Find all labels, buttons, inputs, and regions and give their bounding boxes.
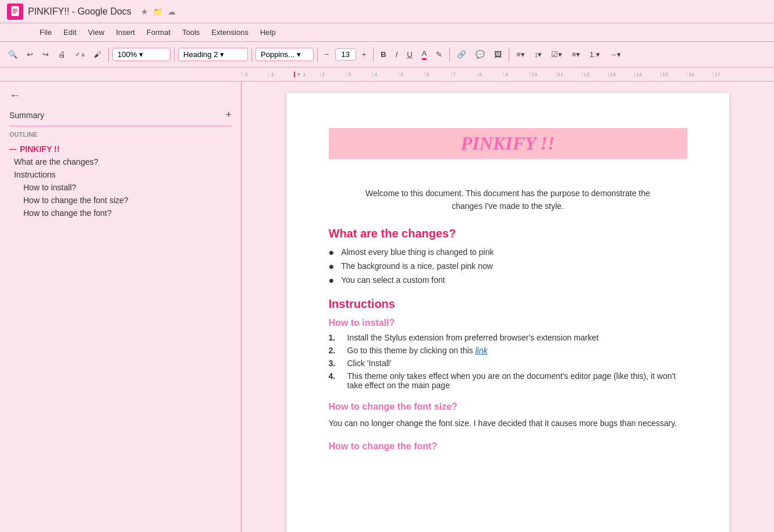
- summary-label: Summary: [9, 111, 44, 120]
- bullet-dot-1: ●: [329, 247, 335, 258]
- doc-h3-font-size: How to change the font size?: [329, 402, 687, 412]
- checklist-button[interactable]: ☑▾: [548, 48, 566, 61]
- bullet-dot-3: ●: [329, 275, 335, 286]
- summary-row: Summary +: [9, 109, 232, 121]
- sidebar: ← Summary + Outline PINKIFY !! What are …: [0, 81, 242, 532]
- page-title: PINKIFY!! - Google Docs: [28, 6, 132, 17]
- search-button[interactable]: 🔍: [5, 48, 21, 61]
- outline-label: Outline: [9, 131, 232, 138]
- menu-bar: FileEditViewInsertFormatToolsExtensionsH…: [0, 23, 774, 42]
- paint-format-button[interactable]: 🖌: [90, 48, 105, 61]
- doc-h3-font: How to change the font?: [329, 441, 687, 452]
- sidebar-divider: [9, 126, 232, 126]
- bold-button[interactable]: B: [377, 48, 389, 61]
- chevron-down-icon: ▾: [220, 50, 224, 59]
- bullet-dot-2: ●: [329, 261, 335, 272]
- title-icons: ★ 📁 ☁: [141, 7, 176, 16]
- title-bar: PINKIFY!! - Google Docs ★ 📁 ☁: [0, 0, 774, 23]
- bullet-item-3: ● You can select a custom font: [329, 275, 687, 286]
- separator-4: [317, 48, 318, 62]
- font-size-increase[interactable]: +: [358, 48, 370, 61]
- theme-link[interactable]: link: [475, 346, 488, 355]
- doc-area: PINKIFY !! Welcome to this document. Thi…: [242, 81, 774, 532]
- outline-item-font-size[interactable]: How to change the font size?: [9, 194, 232, 207]
- separator-2: [174, 48, 175, 62]
- print-button[interactable]: 🖨: [55, 48, 69, 61]
- outline-item-changes[interactable]: What are the changes?: [9, 155, 232, 168]
- line-spacing-button[interactable]: ↕▾: [531, 48, 546, 61]
- align-button[interactable]: ≡▾: [513, 48, 528, 61]
- font-size-decrease[interactable]: −: [321, 48, 333, 61]
- chevron-down-icon: ▾: [297, 50, 301, 59]
- bullet-item-2: ● The background is a nice, pastel pink …: [329, 261, 687, 272]
- step-2: 2. Go to this theme by clicking on this …: [329, 346, 687, 355]
- menu-item-edit[interactable]: Edit: [59, 26, 81, 38]
- step-num-3: 3.: [329, 359, 338, 368]
- underline-button[interactable]: U: [403, 48, 416, 61]
- image-button[interactable]: 🖼: [491, 48, 505, 61]
- doc-h2-instructions: Instructions: [329, 297, 687, 311]
- font-dropdown[interactable]: Poppins... ▾: [255, 48, 314, 61]
- outline-item-install[interactable]: How to install?: [9, 181, 232, 194]
- step-1: 1. Install the Stylus extension from pre…: [329, 333, 687, 342]
- chevron-down-icon: ▾: [139, 50, 143, 59]
- separator-7: [509, 48, 509, 62]
- menu-item-view[interactable]: View: [83, 26, 109, 38]
- numbered-list-button[interactable]: 1.▾: [586, 48, 603, 61]
- step-num-4: 4.: [329, 371, 338, 390]
- bullet-item-1: ● Almost every blue thing is changed to …: [329, 247, 687, 258]
- menu-item-format[interactable]: Format: [142, 26, 175, 38]
- step-num-2: 2.: [329, 346, 338, 355]
- cloud-icon[interactable]: ☁: [168, 7, 176, 16]
- menu-item-tools[interactable]: Tools: [177, 26, 204, 38]
- font-size-input[interactable]: [335, 48, 356, 61]
- step-num-1: 1.: [329, 333, 338, 342]
- style-dropdown[interactable]: Heading 2 ▾: [178, 48, 248, 61]
- link-button[interactable]: 🔗: [453, 48, 470, 61]
- star-icon[interactable]: ★: [141, 7, 148, 16]
- redo-button[interactable]: ↪: [39, 48, 52, 61]
- highlight-button[interactable]: ✎: [432, 48, 446, 61]
- summary-add-button[interactable]: +: [225, 109, 232, 121]
- comment-button[interactable]: 💬: [472, 48, 488, 61]
- ruler: -2 -1 ▼ 1 2 3 4 5 6 7 8 9 10 11 12 13 14…: [0, 68, 774, 81]
- outline-item-instructions[interactable]: Instructions: [9, 168, 232, 181]
- app-icon: [7, 3, 23, 20]
- bullet-list-button[interactable]: ≡▾: [568, 48, 584, 61]
- main-layout: ← Summary + Outline PINKIFY !! What are …: [0, 81, 774, 532]
- outline-item-font[interactable]: How to change the font?: [9, 207, 232, 219]
- menu-item-extensions[interactable]: Extensions: [207, 26, 253, 38]
- italic-button[interactable]: I: [392, 48, 402, 61]
- toolbar: 🔍 ↩ ↪ 🖨 ✓a 🖌 100% ▾ Heading 2 ▾ Poppins.…: [0, 42, 774, 68]
- separator-6: [449, 48, 450, 62]
- separator-3: [251, 48, 252, 62]
- font-size-text: You can no longer change the font size. …: [329, 417, 687, 430]
- step-4: 4. This theme only takes effect when you…: [329, 371, 687, 390]
- doc-title: PINKIFY !!: [329, 128, 687, 159]
- indent-button[interactable]: →▾: [606, 48, 624, 61]
- outline-item-pinkify[interactable]: PINKIFY !!: [9, 143, 232, 155]
- back-arrow[interactable]: ←: [9, 88, 232, 102]
- menu-item-help[interactable]: Help: [255, 26, 281, 38]
- doc-intro: Welcome to this document. This document …: [329, 187, 687, 213]
- doc-h2-changes: What are the changes?: [329, 227, 687, 240]
- document-page: PINKIFY !! Welcome to this document. Thi…: [287, 93, 729, 532]
- doc-h3-install: How to install?: [329, 318, 687, 328]
- menu-item-file[interactable]: File: [35, 26, 56, 38]
- separator-5: [373, 48, 374, 62]
- folder-icon[interactable]: 📁: [153, 7, 163, 16]
- spellcheck-button[interactable]: ✓a: [72, 48, 88, 61]
- step-3: 3. Click 'Install': [329, 359, 687, 368]
- menu-item-insert[interactable]: Insert: [111, 26, 140, 38]
- undo-button[interactable]: ↩: [23, 48, 37, 61]
- zoom-dropdown[interactable]: 100% ▾: [112, 48, 171, 61]
- separator-1: [108, 48, 109, 62]
- font-color-button[interactable]: A: [418, 47, 431, 62]
